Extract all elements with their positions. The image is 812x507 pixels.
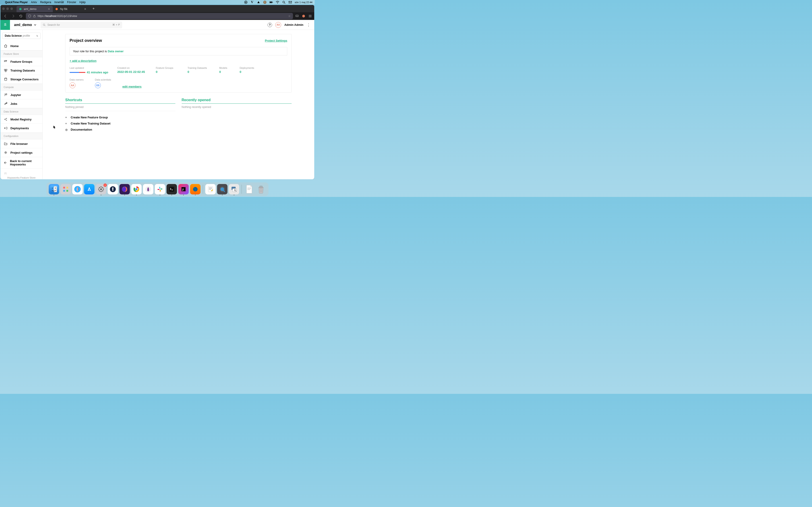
- kebab-menu-icon[interactable]: ⋮: [307, 22, 311, 27]
- project-settings-link[interactable]: Project Settings: [265, 39, 287, 42]
- mac-menubar: QuickTime Player Arkiv Redigera Innehåll…: [0, 0, 315, 5]
- svg-point-46: [100, 188, 102, 190]
- tray-control-center-icon[interactable]: [289, 0, 292, 4]
- deploy-icon: [4, 126, 8, 130]
- dock-textedit[interactable]: [205, 184, 216, 194]
- pocket-icon[interactable]: [295, 14, 299, 18]
- hamburger-menu-icon[interactable]: [308, 14, 312, 18]
- svg-rect-42: [66, 190, 68, 192]
- shortcut-create-td[interactable]: + Create New Training Dataset: [65, 120, 175, 126]
- nav-label: Project settings: [10, 151, 33, 154]
- dock-document[interactable]: [244, 184, 254, 194]
- url-field[interactable]: https://localhost:8181/p/119/view ☆: [26, 13, 293, 19]
- svg-point-11: [289, 1, 289, 2]
- tray-wifi-icon[interactable]: [276, 0, 280, 4]
- edit-members-link[interactable]: edit members: [122, 85, 142, 88]
- dock-firefox[interactable]: [119, 184, 130, 194]
- svg-point-15: [19, 8, 21, 10]
- dock-preview[interactable]: [229, 184, 239, 194]
- tray-buddha-icon[interactable]: [263, 0, 267, 4]
- nav-deployments[interactable]: Deployments: [0, 124, 42, 133]
- menu-fonster[interactable]: Fönster: [67, 1, 77, 4]
- lock-icon[interactable]: [33, 15, 36, 17]
- dock-settings[interactable]: 3: [96, 184, 106, 194]
- nav-model-registry[interactable]: Model Registry: [0, 115, 42, 124]
- scientist-avatar[interactable]: OS: [95, 82, 101, 88]
- owner-avatar[interactable]: AA: [69, 82, 75, 88]
- project-selector[interactable]: aml_demo: [10, 23, 41, 27]
- menu-innehall[interactable]: Innehåll: [54, 1, 64, 4]
- traffic-lights[interactable]: [2, 7, 13, 10]
- menubar-clock[interactable]: sön 1 maj 22:44: [295, 1, 312, 4]
- shortcut-docs[interactable]: ◎ Documentation: [65, 126, 175, 133]
- close-tab-icon[interactable]: ✕: [84, 7, 87, 11]
- back-button[interactable]: [3, 13, 8, 19]
- tab-aml-demo[interactable]: aml_demo ✕: [16, 6, 53, 12]
- nav-project-settings[interactable]: Project settings: [0, 148, 42, 157]
- dock-intellij[interactable]: IJ: [178, 184, 189, 194]
- shield-icon[interactable]: [28, 14, 31, 18]
- stat-value-deploy: 0: [240, 70, 262, 73]
- menu-hjalp[interactable]: Hjälp: [80, 1, 86, 4]
- menu-arkiv[interactable]: Arkiv: [31, 1, 37, 4]
- dock-slack[interactable]: [155, 184, 165, 194]
- nav-jupyter[interactable]: Jupyter: [0, 91, 42, 99]
- minimize-window-icon[interactable]: [6, 7, 9, 10]
- menubar-app-name[interactable]: QuickTime Player: [5, 1, 28, 4]
- close-window-icon[interactable]: [2, 7, 5, 10]
- shapes-icon: [4, 60, 8, 64]
- nav-label: Feature Groups: [10, 60, 33, 63]
- logo-icon[interactable]: [0, 20, 10, 30]
- overview-card: Project overview Project Settings Your r…: [65, 34, 292, 93]
- dock-trash[interactable]: [256, 184, 266, 194]
- search-input[interactable]: Search for ⌘ + P: [41, 21, 122, 28]
- dock-globe[interactable]: [190, 184, 201, 194]
- dock-quicktime[interactable]: [217, 184, 227, 194]
- dock-tor[interactable]: [143, 184, 153, 194]
- tray-v-icon[interactable]: V: [250, 0, 254, 4]
- svg-point-25: [4, 61, 5, 62]
- section-configuration: Configuration: [0, 133, 42, 139]
- dock-finder[interactable]: [49, 184, 59, 194]
- close-tab-icon[interactable]: ✕: [47, 7, 51, 11]
- add-description-link[interactable]: + add a description: [69, 59, 97, 62]
- nav-home[interactable]: Home: [0, 42, 42, 51]
- dock-appstore[interactable]: [84, 184, 95, 194]
- svg-rect-6: [270, 2, 272, 3]
- shortcuts-column: Shortcuts Nothing pinned + Create New Fe…: [65, 98, 175, 133]
- nav-jobs[interactable]: Jobs: [0, 99, 42, 108]
- tray-triangle-icon[interactable]: [257, 0, 260, 4]
- user-avatar[interactable]: AA: [275, 22, 281, 28]
- dock-safari[interactable]: [72, 184, 83, 194]
- forward-button[interactable]: [10, 13, 16, 19]
- profile-selector[interactable]: Data Science profile ⇅: [2, 33, 41, 39]
- reload-button[interactable]: [18, 13, 23, 19]
- new-tab-button[interactable]: +: [91, 6, 96, 11]
- tray-search-icon[interactable]: [282, 0, 286, 4]
- svg-point-13: [291, 1, 292, 2]
- svg-point-19: [302, 15, 305, 17]
- maximize-window-icon[interactable]: [10, 7, 13, 10]
- dock-terminal[interactable]: [166, 184, 177, 194]
- nav-storage-connectors[interactable]: Storage Connectors: [0, 75, 42, 84]
- dock-launchpad[interactable]: [60, 184, 71, 194]
- tray-battery-icon[interactable]: [269, 0, 273, 4]
- account-icon[interactable]: [302, 14, 305, 18]
- search-icon: [43, 23, 46, 26]
- dock-chrome[interactable]: [131, 184, 142, 194]
- bookmark-star-icon[interactable]: ☆: [288, 14, 291, 18]
- dock-1password[interactable]: [108, 184, 118, 194]
- nav-training-datasets[interactable]: Training Datasets: [0, 66, 42, 75]
- nav-file-browser[interactable]: File browser: [0, 139, 42, 148]
- home-icon: [4, 44, 8, 48]
- menu-redigera[interactable]: Redigera: [40, 1, 51, 4]
- tab-ny-flik[interactable]: Ny flik ✕: [53, 6, 89, 12]
- dock-separator: [203, 185, 203, 194]
- nav-feature-groups[interactable]: Feature Groups: [0, 57, 42, 66]
- shortcut-create-fg[interactable]: + Create New Feature Group: [65, 114, 175, 120]
- svg-rect-71: [182, 190, 183, 191]
- nav-back-hopsworks[interactable]: Back to current Hopsworks: [0, 157, 42, 169]
- help-icon[interactable]: ?: [267, 23, 272, 27]
- tray-record-icon[interactable]: [244, 0, 248, 4]
- nav-label: Storage Connectors: [10, 78, 39, 81]
